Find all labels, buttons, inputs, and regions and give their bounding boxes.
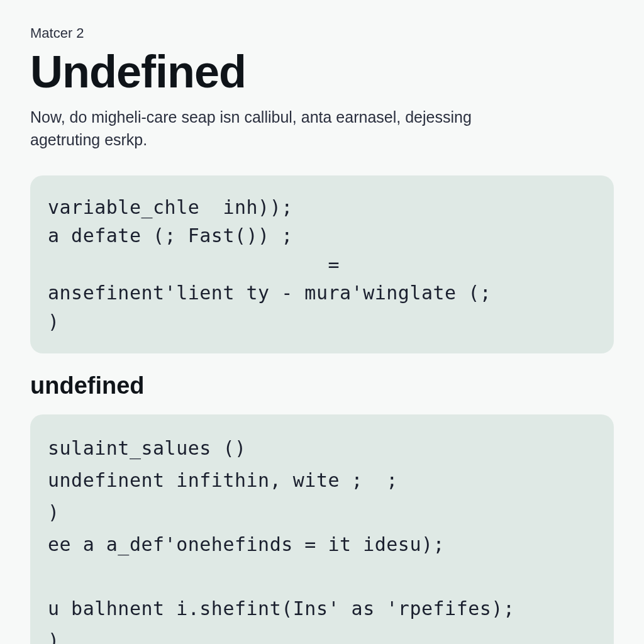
- code-block-2: sulaint_salues () undefinent infithin, w…: [30, 414, 614, 644]
- page-title: Undefined: [30, 49, 614, 94]
- code-block-1: variable_chle inh)); a defate (; Fast())…: [30, 175, 614, 354]
- description-text: Now, do migheli-care seap isn callibul, …: [30, 106, 521, 152]
- subheading: undefined: [30, 372, 614, 399]
- eyebrow-label: Matcer 2: [30, 25, 614, 42]
